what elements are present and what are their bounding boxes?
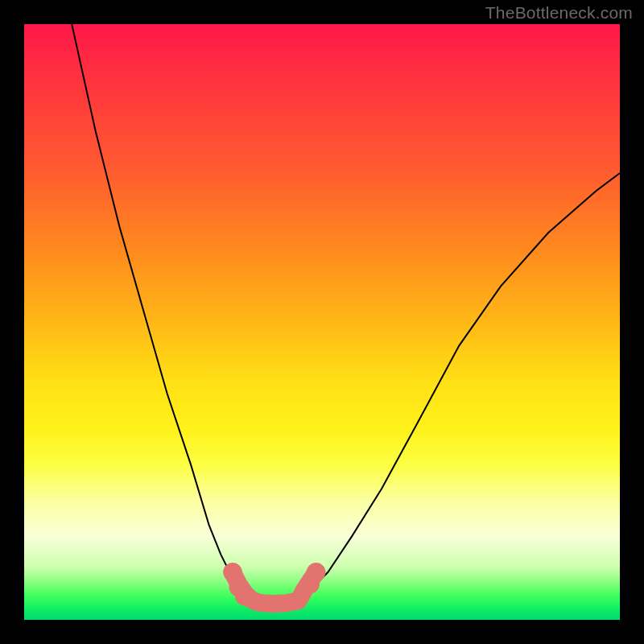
chart-container: TheBottleneck.com	[0, 0, 644, 644]
watermark-text: TheBottleneck.com	[485, 3, 633, 23]
plot-area	[24, 24, 620, 620]
right-curve	[298, 173, 620, 599]
highlight-dot	[235, 587, 254, 606]
left-curve	[72, 24, 250, 599]
highlight-dot	[307, 563, 326, 582]
curve-layer	[24, 24, 620, 620]
